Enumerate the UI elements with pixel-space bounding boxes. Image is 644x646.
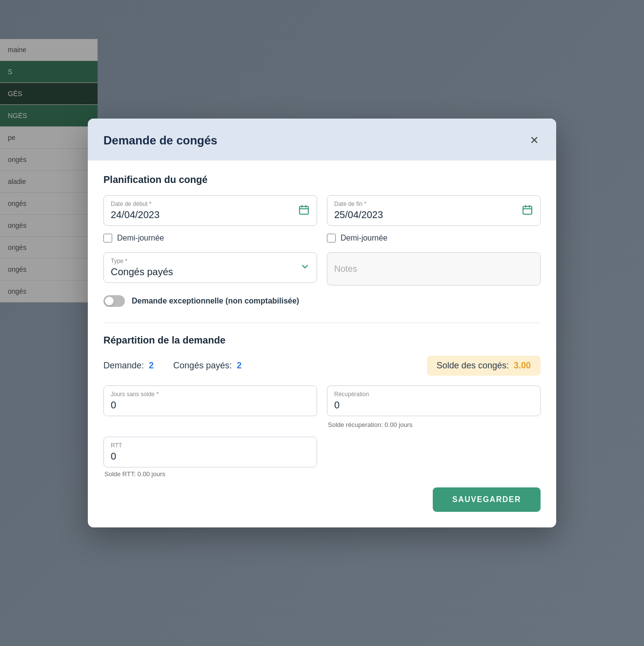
toggle-knob — [105, 297, 114, 305]
save-button[interactable]: SAUVEGARDER — [433, 487, 541, 512]
notes-group: Notes — [327, 252, 541, 285]
toggle-row: Demande exceptionnelle (non comptabilisé… — [103, 295, 541, 307]
close-icon: ✕ — [530, 134, 539, 147]
modal-title: Demande de congés — [103, 134, 217, 147]
date-debut-value: 24/04/2023 — [111, 209, 160, 220]
close-button[interactable]: ✕ — [528, 132, 541, 149]
demi-journee-1-label: Demi-journée — [117, 234, 164, 242]
jss-recuperation-row: Jours sans solde * 0 Récupération 0 — [103, 385, 541, 416]
dropdown-arrow-icon — [300, 262, 310, 274]
demi-journee-row: Demi-journée Demi-journée — [103, 234, 541, 242]
date-fin-value: 25/04/2023 — [334, 209, 383, 220]
jss-label: Jours sans solde * — [111, 391, 310, 398]
date-debut-group: Date de début * 24/04/2023 — [103, 195, 317, 226]
solde-value: 3.00 — [514, 361, 531, 370]
svg-rect-0 — [300, 206, 308, 214]
date-debut-label: Date de début * — [111, 201, 295, 207]
recuperation-label: Récupération — [334, 391, 533, 398]
footer-row: SAUVEGARDER — [103, 487, 541, 512]
type-value: Congés payés — [111, 266, 173, 277]
modal-dialog: Demande de congés ✕ Planification du con… — [88, 119, 556, 527]
recuperation-value: 0 — [334, 400, 340, 410]
conges-payes-label: Congés payés: — [173, 361, 232, 370]
jss-value: 0 — [111, 400, 116, 410]
exceptional-toggle[interactable] — [103, 295, 125, 307]
stats-row: Demande: 2 Congés payés: 2 Solde des con… — [103, 356, 541, 376]
modal-body: Planification du congé Date de début * 2… — [88, 161, 556, 527]
recuperation-group: Récupération 0 — [327, 385, 541, 416]
rtt-label: RTT — [111, 442, 310, 449]
demande-stat: Demande: 2 — [103, 361, 154, 371]
demi-journee-1-item: Demi-journée — [103, 234, 317, 242]
type-label: Type * — [111, 258, 295, 264]
demi-journee-1-checkbox[interactable] — [103, 234, 112, 242]
section-divider — [103, 323, 541, 323]
demi-journee-2-label: Demi-journée — [341, 234, 387, 242]
toggle-label: Demande exceptionnelle (non comptabilisé… — [132, 297, 299, 305]
repartition-section-title: Répartition de la demande — [103, 335, 541, 346]
date-fin-label: Date de fin * — [334, 201, 519, 207]
modal-backdrop: Demande de congés ✕ Planification du con… — [0, 0, 644, 646]
notes-placeholder: Notes — [334, 264, 357, 274]
date-fields-row: Date de début * 24/04/2023 — [103, 195, 541, 226]
calendar-icon-end — [522, 204, 533, 218]
demi-journee-2-checkbox[interactable] — [327, 234, 336, 242]
date-fin-group: Date de fin * 25/04/2023 — [327, 195, 541, 226]
recuperation-field[interactable]: Récupération 0 — [327, 385, 541, 416]
demi-journee-2-item: Demi-journée — [327, 234, 541, 242]
demande-label: Demande: — [103, 361, 144, 370]
type-group: Type * Congés payés — [103, 252, 317, 285]
rtt-field[interactable]: RTT 0 — [103, 437, 317, 467]
solde-rtt-text: Solde RTT: 0.00 jours — [103, 470, 317, 478]
conges-payes-stat: Congés payés: 2 — [173, 361, 242, 371]
date-fin-field[interactable]: Date de fin * 25/04/2023 — [327, 195, 541, 226]
conges-payes-value: 2 — [237, 361, 242, 370]
notes-field[interactable]: Notes — [327, 252, 541, 285]
type-select[interactable]: Type * Congés payés — [103, 252, 317, 283]
type-notes-row: Type * Congés payés Notes — [103, 252, 541, 285]
modal-header: Demande de congés ✕ — [88, 119, 556, 161]
rtt-row: RTT 0 Solde RTT: 0.00 jours — [103, 437, 541, 478]
jours-sans-solde-field[interactable]: Jours sans solde * 0 — [103, 385, 317, 416]
rtt-value: 0 — [111, 451, 116, 462]
calendar-icon-start — [298, 204, 310, 218]
jours-sans-solde-group: Jours sans solde * 0 — [103, 385, 317, 416]
date-debut-field[interactable]: Date de début * 24/04/2023 — [103, 195, 317, 226]
solde-label: Solde des congés: — [437, 361, 509, 370]
planning-section-title: Planification du congé — [103, 174, 541, 185]
solde-recuperation-text: Solde récuperation: 0.00 jours — [327, 421, 412, 428]
demande-value: 2 — [149, 361, 154, 370]
svg-rect-4 — [523, 206, 532, 214]
solde-badge: Solde des congés: 3.00 — [427, 356, 541, 376]
